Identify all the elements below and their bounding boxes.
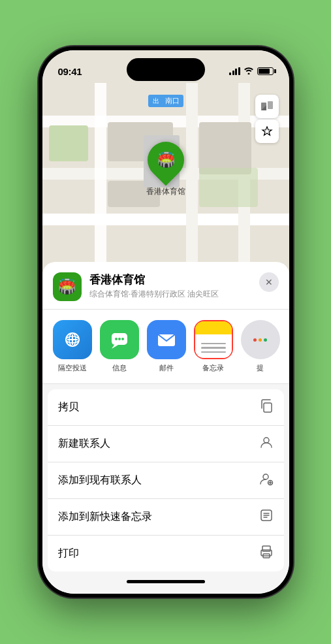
map-type-button[interactable] (255, 95, 279, 118)
mail-icon[interactable] (147, 320, 186, 359)
notes-icon[interactable] (194, 320, 233, 359)
airdrop-label: 隔空投送 (58, 363, 87, 373)
action-new-contact[interactable]: 新建联系人 (48, 426, 284, 462)
svg-point-16 (263, 474, 268, 479)
add-existing-icon (259, 472, 274, 489)
action-print[interactable]: 打印 (48, 536, 284, 572)
add-existing-label: 添加到现有联系人 (58, 474, 142, 487)
copy-icon (259, 398, 274, 416)
svg-point-15 (264, 438, 269, 443)
share-item-airdrop[interactable]: 隔空投送 (53, 320, 92, 373)
bottom-sheet: 🏟️ 香港体育馆 综合体育馆·香港特别行政区 油尖旺区 ✕ (42, 262, 289, 594)
phone-screen: 09:41 (42, 50, 289, 594)
home-bar (127, 580, 205, 583)
svg-point-12 (121, 338, 124, 340)
battery-icon (257, 67, 274, 75)
close-button[interactable]: ✕ (259, 272, 279, 292)
action-copy[interactable]: 拷贝 (48, 389, 284, 426)
mail-label: 邮件 (159, 363, 174, 373)
venue-icon: 🏟️ (53, 272, 82, 301)
print-label: 打印 (58, 547, 79, 560)
svg-rect-24 (262, 546, 270, 551)
copy-label: 拷贝 (58, 400, 79, 414)
home-indicator (42, 572, 289, 591)
action-list: 拷贝 新建联系人 (48, 389, 284, 572)
svg-marker-9 (112, 345, 118, 349)
svg-point-11 (118, 338, 121, 340)
location-button[interactable] (255, 120, 279, 143)
new-contact-label: 新建联系人 (58, 437, 110, 451)
share-item-messages[interactable]: 信息 (100, 320, 139, 373)
venue-name: 香港体育馆 (89, 272, 251, 287)
dynamic-island (127, 58, 205, 81)
add-notes-label: 添加到新快速备忘录 (58, 510, 152, 524)
share-item-more[interactable]: 提 (241, 320, 280, 373)
action-add-existing[interactable]: 添加到现有联系人 (48, 462, 284, 499)
venue-header: 🏟️ 香港体育馆 综合体育馆·香港特别行政区 油尖旺区 ✕ (42, 262, 289, 310)
map-label: 出 南口 (148, 95, 183, 107)
share-item-notes[interactable]: 备忘录 (194, 320, 233, 373)
map-controls[interactable] (255, 95, 279, 143)
svg-rect-14 (264, 403, 272, 412)
share-row: 隔空投送 信息 (42, 310, 289, 384)
action-add-notes[interactable]: 添加到新快速备忘录 (48, 499, 284, 536)
messages-icon[interactable] (100, 320, 139, 359)
marker-label: 香港体育馆 (146, 186, 185, 197)
more-icon[interactable] (241, 320, 280, 359)
venue-subtitle: 综合体育馆·香港特别行政区 油尖旺区 (89, 289, 251, 300)
marker-icon: 🏟️ (157, 152, 174, 169)
notes-label: 备忘录 (202, 363, 224, 373)
share-item-mail[interactable]: 邮件 (147, 320, 186, 373)
wifi-icon (244, 67, 254, 76)
status-time: 09:41 (58, 66, 82, 77)
venue-info: 香港体育馆 综合体育馆·香港特别行政区 油尖旺区 (89, 272, 251, 300)
status-icons (229, 67, 274, 76)
messages-label: 信息 (112, 363, 127, 373)
phone-frame: 09:41 (39, 46, 293, 598)
marker-pin: 🏟️ (140, 134, 191, 185)
new-contact-icon (259, 435, 274, 453)
signal-icon (229, 67, 240, 75)
add-notes-icon (259, 508, 274, 526)
print-icon (259, 545, 274, 562)
svg-point-10 (115, 338, 118, 340)
location-marker: 🏟️ 香港体育馆 (146, 142, 185, 197)
airdrop-icon[interactable] (53, 320, 92, 359)
svg-rect-1 (268, 101, 273, 109)
more-label: 提 (257, 363, 264, 373)
